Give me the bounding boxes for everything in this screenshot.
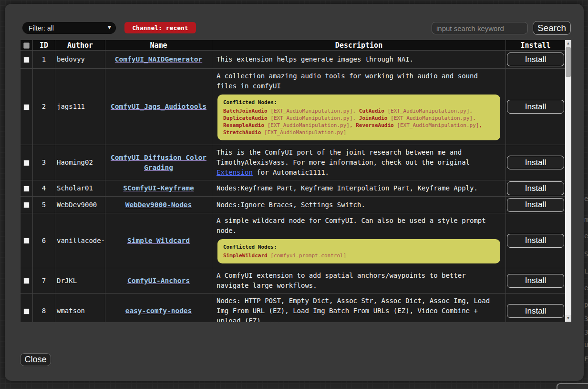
conflict-node-name: StretchAudio <box>223 129 261 136</box>
row-name-cell: ComfyUI Diffusion Color Grading <box>105 145 212 180</box>
table-row: 7DrJKLComfyUI-AnchorsA ComfyUI extension… <box>21 268 566 294</box>
row-checkbox-cell <box>21 145 33 180</box>
header-id: ID <box>33 40 55 51</box>
row-install-cell: Install <box>506 294 566 323</box>
node-name-link[interactable]: ComfyUI Diffusion Color Grading <box>111 154 206 171</box>
conflict-separator: , <box>470 108 473 114</box>
row-install-cell: Install <box>506 268 566 294</box>
node-name-link[interactable]: SComfyUI-Keyframe <box>123 184 194 192</box>
scrollbar-up-arrow-icon[interactable]: ▲ <box>565 40 571 47</box>
custom-nodes-table: ID Author Name Description Install 1bedo… <box>20 40 565 322</box>
description-text: A collection amazing audio tools for wor… <box>217 72 478 90</box>
row-install-cell: Install <box>506 69 566 145</box>
row-checkbox[interactable] <box>23 186 30 192</box>
background-glyph: 3 <box>584 328 588 336</box>
row-checkbox[interactable] <box>23 160 30 166</box>
scrollbar-down-arrow-icon[interactable]: ▼ <box>565 315 571 322</box>
search-button[interactable]: Search <box>533 21 571 35</box>
row-name-cell: Simple Wildcard <box>105 213 212 268</box>
row-id: 6 <box>33 213 55 268</box>
conflicted-nodes-box: Conflicted Nodes:BatchJoinAudio [EXT_Aud… <box>217 95 500 140</box>
install-button[interactable]: Install <box>507 181 564 195</box>
select-all-checkbox[interactable] <box>23 42 30 49</box>
comfyui-canvas-background: emeSLep33uF Filter: all ▼ Channel: recen… <box>0 0 588 389</box>
row-checkbox[interactable] <box>23 278 30 284</box>
background-glyph: e <box>584 232 588 240</box>
install-button[interactable]: Install <box>507 304 564 318</box>
background-partial-button <box>557 383 588 389</box>
row-id: 2 <box>33 69 55 145</box>
conflict-separator: , <box>350 122 356 128</box>
table-row: 6vanillacode···Simple WildcardA simple w… <box>21 213 566 268</box>
row-checkbox[interactable] <box>23 104 30 110</box>
conflict-node-name: ReverseAudio <box>356 122 393 128</box>
custom-nodes-table-viewport: ID Author Name Description Install 1bedo… <box>20 40 565 322</box>
row-description: A ComfyUI extension to add spatial ancho… <box>212 268 506 294</box>
table-row: 8wmatsoneasy-comfy-nodesNodes: HTTP POST… <box>21 294 566 323</box>
node-name-link[interactable]: WebDev9000-Nodes <box>125 201 192 209</box>
row-checkbox[interactable] <box>23 57 30 63</box>
row-checkbox-cell <box>21 268 33 294</box>
description-text: Nodes: HTTP POST, Empty Dict, Assoc Str,… <box>217 297 490 322</box>
row-id: 8 <box>33 294 55 323</box>
row-name-cell: easy-comfy-nodes <box>105 294 212 323</box>
row-checkbox-cell <box>21 197 33 213</box>
row-name-cell: ComfyUI_NAIDGenerator <box>105 51 212 69</box>
row-install-cell: Install <box>506 51 566 69</box>
row-author: vanillacode··· <box>55 213 105 268</box>
conflicted-nodes-list: SimpleWildcard [comfyui-prompt-control] <box>223 252 495 259</box>
install-button[interactable]: Install <box>507 53 564 66</box>
description-text: Nodes:Ignore Braces, Settings Switch. <box>217 201 365 209</box>
row-checkbox[interactable] <box>23 238 30 244</box>
search-input[interactable] <box>432 22 528 34</box>
scrollbar-thumb[interactable] <box>566 47 571 77</box>
install-button[interactable]: Install <box>507 274 564 288</box>
node-name-link[interactable]: ComfyUI_NAIDGenerator <box>115 55 202 63</box>
conflict-separator: , <box>353 108 359 114</box>
row-install-cell: Install <box>506 197 566 213</box>
select-all-header <box>21 40 33 51</box>
description-external-link[interactable]: Extension <box>217 168 253 176</box>
row-checkbox[interactable] <box>23 308 30 315</box>
node-name-link[interactable]: ComfyUI-Anchors <box>127 277 190 284</box>
background-glyph: m <box>584 216 588 223</box>
background-glyph: u <box>584 341 588 348</box>
install-button[interactable]: Install <box>507 156 564 169</box>
table-header-row: ID Author Name Description Install <box>21 40 566 51</box>
table-scrollbar[interactable]: ▲ ▼ <box>565 40 571 322</box>
conflict-node-name: SimpleWildcard <box>223 252 268 259</box>
row-author: jags111 <box>55 69 105 145</box>
description-text: A simple wildcard node for ComfyUI. Can … <box>217 217 486 234</box>
install-custom-nodes-dialog: Filter: all ▼ Channel: recent Search ID <box>5 4 584 381</box>
conflict-node-source: [EXT_AudioManipulation.py] <box>268 108 353 114</box>
row-id: 1 <box>33 51 55 69</box>
row-author: WebDev9000 <box>55 197 105 213</box>
conflict-node-source: [EXT_AudioManipulation.py] <box>384 108 470 114</box>
node-name-link[interactable]: Simple Wildcard <box>127 237 190 244</box>
node-name-link[interactable]: ComfyUI_Jags_Audiotools <box>111 103 206 110</box>
install-button[interactable]: Install <box>507 100 564 114</box>
node-name-link[interactable]: easy-comfy-nodes <box>125 307 192 315</box>
conflict-node-name: ResampleAudio <box>223 122 264 128</box>
conflicted-nodes-title: Conflicted Nodes: <box>223 99 495 106</box>
close-button[interactable]: Close <box>20 353 51 366</box>
description-text: Nodes:Keyframe Part, Keyframe Interpolat… <box>217 184 478 192</box>
conflicted-nodes-list: BatchJoinAudio [EXT_AudioManipulation.py… <box>223 107 495 136</box>
conflict-node-source: [EXT_AudioManipulation.py] <box>264 122 350 128</box>
row-description: A simple wildcard node for ComfyUI. Can … <box>212 213 506 268</box>
row-author: Scholar01 <box>55 180 105 197</box>
background-glyph: 3 <box>584 315 588 323</box>
conflict-separator: , <box>473 115 476 121</box>
header-name: Name <box>105 40 212 51</box>
table-row: 2jags111ComfyUI_Jags_AudiotoolsA collect… <box>21 69 566 145</box>
install-button[interactable]: Install <box>507 234 564 248</box>
description-text: This extension helps generate images thr… <box>217 55 413 63</box>
install-button[interactable]: Install <box>507 198 564 212</box>
filter-select[interactable]: Filter: all <box>22 22 116 34</box>
row-checkbox[interactable] <box>23 202 30 208</box>
conflict-node-name: DuplicateAudio <box>223 115 268 121</box>
conflict-separator: , <box>353 115 359 121</box>
table-row: 3Haoming02ComfyUI Diffusion Color Gradin… <box>21 145 566 180</box>
header-install: Install <box>506 40 566 51</box>
conflict-node-name: CutAudio <box>359 108 384 114</box>
